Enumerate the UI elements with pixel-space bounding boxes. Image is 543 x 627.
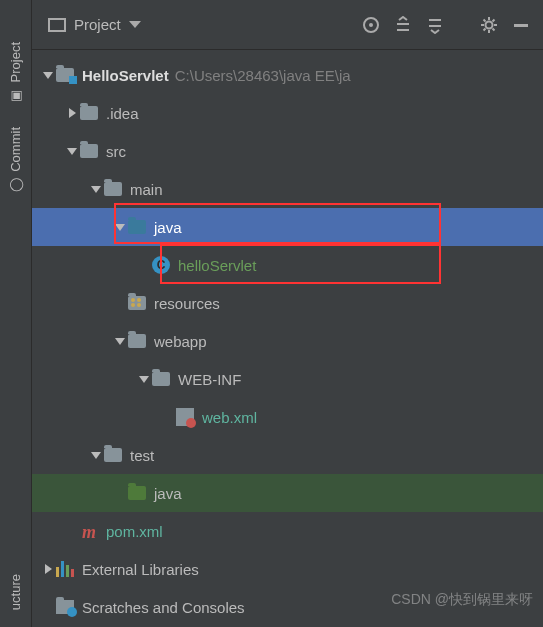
folder-icon xyxy=(104,448,122,462)
expand-arrow-icon[interactable] xyxy=(40,564,56,574)
tree-resources[interactable]: resources xyxy=(32,284,543,322)
left-tab-strip: ▣ Project ◯ Commit ucture xyxy=(0,0,32,627)
helloservlet-label: helloServlet xyxy=(178,257,256,274)
idea-label: .idea xyxy=(106,105,139,122)
commit-tab-icon: ◯ xyxy=(8,178,23,193)
svg-point-2 xyxy=(486,21,493,28)
pom-label: pom.xml xyxy=(106,523,163,540)
project-view-icon xyxy=(48,18,66,32)
expand-arrow-icon[interactable] xyxy=(112,338,128,345)
source-folder-icon xyxy=(128,220,146,234)
tree-webxml[interactable]: web.xml xyxy=(32,398,543,436)
expand-arrow-icon[interactable] xyxy=(88,186,104,193)
root-path: C:\Users\28463\java EE\ja xyxy=(175,67,351,84)
project-selector-label: Project xyxy=(74,16,121,33)
expand-arrow-icon[interactable] xyxy=(64,148,80,155)
project-tab-icon: ▣ xyxy=(8,88,23,103)
maven-icon: m xyxy=(80,522,98,540)
minimize-icon xyxy=(512,16,530,34)
expand-arrow-icon[interactable] xyxy=(112,224,128,231)
tab-project[interactable]: ▣ Project xyxy=(5,30,26,115)
webxml-label: web.xml xyxy=(202,409,257,426)
tree-webinf[interactable]: WEB-INF xyxy=(32,360,543,398)
tree-test-java[interactable]: java xyxy=(32,474,543,512)
tab-commit[interactable]: ◯ Commit xyxy=(5,115,26,205)
tab-project-label: Project xyxy=(8,42,23,82)
tree-idea[interactable]: .idea xyxy=(32,94,543,132)
tree-external-libraries[interactable]: External Libraries xyxy=(32,550,543,588)
libraries-icon xyxy=(56,561,74,577)
root-name: HelloServlet xyxy=(82,67,169,84)
xml-file-icon xyxy=(176,408,194,426)
test-java-label: java xyxy=(154,485,182,502)
hide-button[interactable] xyxy=(507,11,535,39)
webapp-label: webapp xyxy=(154,333,207,350)
webinf-label: WEB-INF xyxy=(178,371,241,388)
project-panel: Project xyxy=(32,0,543,627)
scratches-icon xyxy=(56,600,74,614)
tree-root[interactable]: HelloServlet C:\Users\28463\java EE\ja xyxy=(32,56,543,94)
class-icon: C xyxy=(152,256,170,274)
expand-arrow-icon[interactable] xyxy=(40,72,56,79)
module-folder-icon xyxy=(56,68,74,82)
watermark: CSDN @快到锅里来呀 xyxy=(391,591,533,609)
project-toolbar: Project xyxy=(32,0,543,50)
folder-icon xyxy=(80,106,98,120)
project-view-selector[interactable]: Project xyxy=(40,12,149,37)
collapse-icon xyxy=(426,16,444,34)
test-label: test xyxy=(130,447,154,464)
folder-icon xyxy=(80,144,98,158)
tab-structure-label: ucture xyxy=(8,574,23,610)
expand-arrow-icon[interactable] xyxy=(64,108,80,118)
expand-arrow-icon[interactable] xyxy=(136,376,152,383)
ext-libs-label: External Libraries xyxy=(82,561,199,578)
settings-button[interactable] xyxy=(475,11,503,39)
expand-all-button[interactable] xyxy=(389,11,417,39)
tree-test[interactable]: test xyxy=(32,436,543,474)
scratches-label: Scratches and Consoles xyxy=(82,599,245,616)
tree-pom[interactable]: m pom.xml xyxy=(32,512,543,550)
tab-commit-label: Commit xyxy=(8,127,23,172)
folder-icon xyxy=(104,182,122,196)
test-source-folder-icon xyxy=(128,486,146,500)
main-label: main xyxy=(130,181,163,198)
target-icon xyxy=(361,15,381,35)
folder-icon xyxy=(128,334,146,348)
src-label: src xyxy=(106,143,126,160)
tree-webapp[interactable]: webapp xyxy=(32,322,543,360)
tree-helloservlet[interactable]: C helloServlet xyxy=(32,246,543,284)
expand-icon xyxy=(394,16,412,34)
project-tree[interactable]: HelloServlet C:\Users\28463\java EE\ja .… xyxy=(32,50,543,627)
gear-icon xyxy=(479,15,499,35)
expand-arrow-icon[interactable] xyxy=(88,452,104,459)
svg-point-1 xyxy=(369,23,373,27)
tab-structure[interactable]: ucture xyxy=(5,562,26,622)
folder-icon xyxy=(152,372,170,386)
svg-rect-3 xyxy=(514,24,528,27)
resources-label: resources xyxy=(154,295,220,312)
tree-java[interactable]: java xyxy=(32,208,543,246)
tree-src[interactable]: src xyxy=(32,132,543,170)
collapse-all-button[interactable] xyxy=(421,11,449,39)
tree-main[interactable]: main xyxy=(32,170,543,208)
java-label: java xyxy=(154,219,182,236)
locate-button[interactable] xyxy=(357,11,385,39)
resources-folder-icon xyxy=(128,296,146,310)
chevron-down-icon xyxy=(129,21,141,28)
